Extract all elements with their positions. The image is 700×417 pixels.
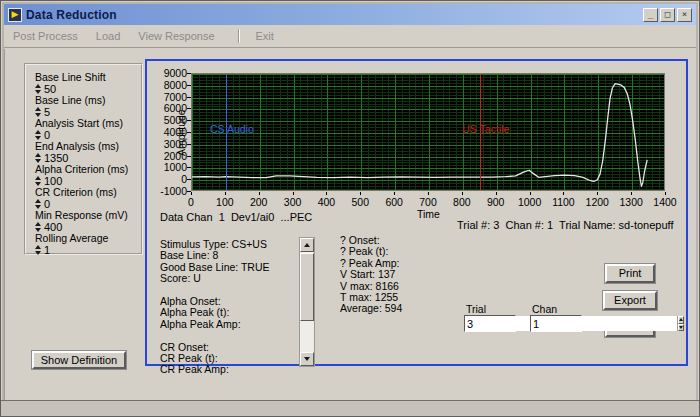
- y-tick-mark: [187, 132, 191, 133]
- increment-decrement-icon[interactable]: [35, 222, 41, 232]
- y-tick-label: 6000: [147, 102, 187, 114]
- x-tick-label: 400: [318, 196, 336, 208]
- y-tick-label: 3000: [147, 138, 187, 150]
- menu-item-post-process[interactable]: Post Process: [4, 30, 87, 42]
- param-label: Base Line Shift: [35, 71, 141, 83]
- param-label: Min Response (mV): [35, 209, 141, 221]
- param-control: Base Line Shift 50: [35, 71, 141, 94]
- menu-item-exit[interactable]: Exit: [247, 30, 283, 42]
- x-tick-label: 100: [216, 196, 234, 208]
- trial-info-text: Trial #: 3 Chan #: 1 Trial Name: sd-tone…: [457, 219, 673, 231]
- result-line: Alpha Onset:: [160, 295, 300, 306]
- result-line: ? Onset:: [340, 234, 460, 245]
- scroll-down-icon[interactable]: [300, 352, 314, 366]
- y-tick-label: -1000: [147, 185, 187, 197]
- waveform-plot: CS AudioUS Tactile: [191, 73, 665, 191]
- param-value[interactable]: 0: [44, 198, 50, 210]
- x-tick-label: 1100: [552, 196, 575, 208]
- result-line: Alpha Peak (t):: [160, 306, 300, 317]
- y-tick-mark: [187, 179, 191, 180]
- minimize-button-icon[interactable]: _: [643, 8, 658, 22]
- increment-decrement-icon[interactable]: [35, 199, 41, 209]
- y-tick-label: 0: [147, 173, 187, 185]
- x-tick-label: 600: [385, 196, 403, 208]
- analysis-panel: Amplitude CS AudioUS Tactile 90008000700…: [145, 59, 688, 366]
- scrollbar-thumb[interactable]: [300, 253, 314, 321]
- x-tick-mark: [191, 192, 192, 195]
- cursor-label: CS Audio: [210, 123, 254, 135]
- increment-decrement-icon[interactable]: [35, 153, 41, 163]
- window-title: Data Reduction: [26, 8, 117, 22]
- chan-down-icon[interactable]: [678, 324, 684, 332]
- chan-updown: [677, 316, 684, 331]
- trial-selector-label: Trial: [466, 303, 486, 315]
- x-tick-label: 0: [188, 196, 194, 208]
- export-button[interactable]: Export: [603, 291, 657, 310]
- increment-decrement-icon[interactable]: [35, 84, 41, 94]
- y-tick-label: 2000: [147, 150, 187, 162]
- y-tick-mark: [187, 156, 191, 157]
- menu-bar: Post Process Load View Response Exit: [4, 25, 696, 48]
- param-label: CR Criterion (ms): [35, 186, 141, 198]
- param-label: Base Line (ms): [35, 94, 141, 106]
- y-tick-mark: [187, 97, 191, 98]
- chan-up-icon[interactable]: [678, 316, 684, 324]
- x-tick-label: 1400: [653, 196, 676, 208]
- result-line: [160, 329, 300, 340]
- x-tick-mark: [225, 192, 226, 195]
- y-tick-label: 9000: [147, 67, 187, 79]
- x-tick-label: 200: [250, 196, 268, 208]
- x-axis-label: Time: [417, 208, 440, 220]
- result-line: Good Base Line: TRUE: [160, 261, 300, 272]
- param-value[interactable]: 1: [44, 244, 50, 256]
- param-value[interactable]: 1350: [44, 152, 68, 164]
- x-tick-mark: [360, 192, 361, 195]
- close-button-icon[interactable]: ×: [677, 8, 692, 22]
- x-tick-mark: [326, 192, 327, 195]
- result-line: ? Peak Amp:: [340, 257, 460, 268]
- results-column-1: Stimulus Type: CS+USBase Line: 8Good Bas…: [160, 238, 300, 375]
- param-value[interactable]: 50: [44, 83, 56, 95]
- result-line: V Start: 137: [340, 268, 460, 279]
- y-tick-mark: [187, 73, 191, 74]
- y-tick-label: 5000: [147, 114, 187, 126]
- param-value[interactable]: 5: [44, 106, 50, 118]
- menu-item-load[interactable]: Load: [87, 30, 129, 42]
- x-tick-mark: [597, 192, 598, 195]
- y-tick-mark: [187, 144, 191, 145]
- x-tick-mark: [462, 192, 463, 195]
- result-line: CR Peak Amp:: [160, 363, 300, 374]
- y-tick-label: 8000: [147, 79, 187, 91]
- cursor-label: US Tactile: [462, 123, 509, 135]
- x-tick-mark: [293, 192, 294, 195]
- y-tick-label: 7000: [147, 91, 187, 103]
- results-scrollbar[interactable]: [299, 237, 315, 367]
- increment-decrement-icon[interactable]: [35, 245, 41, 255]
- param-control: End Analysis (ms) 1350: [35, 140, 141, 163]
- x-tick-mark: [496, 192, 497, 195]
- maximize-button-icon[interactable]: □: [660, 8, 675, 22]
- x-tick-mark: [259, 192, 260, 195]
- increment-decrement-icon[interactable]: [35, 130, 41, 140]
- increment-decrement-icon[interactable]: [35, 107, 41, 117]
- param-control: Rolling Average 1: [35, 232, 141, 255]
- param-value[interactable]: 0: [44, 129, 50, 141]
- param-control: Analysis Start (ms) 0: [35, 117, 141, 140]
- scroll-up-icon[interactable]: [300, 238, 314, 252]
- chan-input[interactable]: [531, 316, 677, 331]
- param-value[interactable]: 100: [44, 175, 62, 187]
- x-tick-label: 700: [419, 196, 437, 208]
- x-tick-mark: [665, 192, 666, 195]
- param-control: Base Line (ms) 5: [35, 94, 141, 117]
- print-button[interactable]: Print: [605, 264, 655, 283]
- param-value[interactable]: 400: [44, 221, 62, 233]
- menu-separator: [238, 29, 239, 43]
- show-definition-button[interactable]: Show Definition: [32, 351, 126, 369]
- result-line: [160, 284, 300, 295]
- result-line: T max: 1255: [340, 291, 460, 302]
- trial-selector: [464, 315, 516, 332]
- increment-decrement-icon[interactable]: [35, 176, 41, 186]
- menu-item-view-response[interactable]: View Response: [129, 30, 223, 42]
- y-tick-mark: [187, 167, 191, 168]
- y-tick-mark: [187, 120, 191, 121]
